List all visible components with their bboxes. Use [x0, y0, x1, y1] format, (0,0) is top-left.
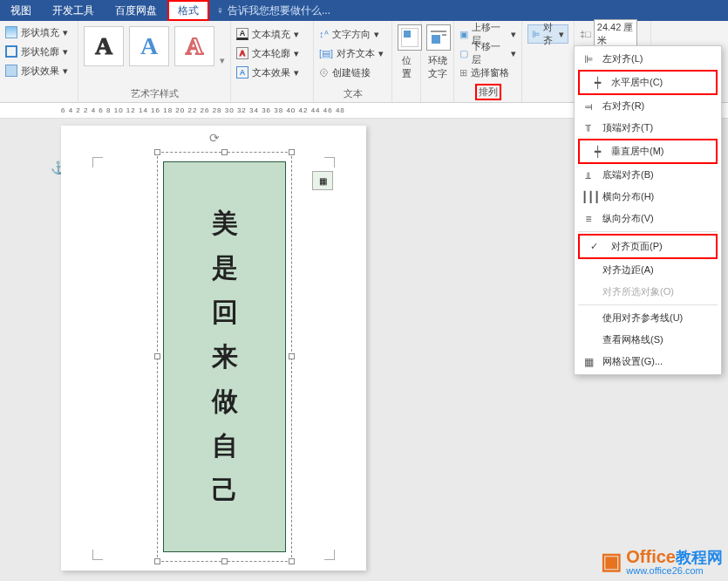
- office-logo-icon: ▣: [601, 548, 623, 575]
- text-group-label: 文本: [319, 87, 386, 102]
- align-right-item[interactable]: ⫤右对齐(R): [575, 95, 721, 117]
- position-label[interactable]: 位置: [398, 54, 415, 80]
- tab-view[interactable]: 视图: [0, 0, 42, 21]
- resize-handle[interactable]: [154, 558, 160, 564]
- text-effects-icon: A: [236, 66, 248, 79]
- chevron-down-icon: ▾: [559, 29, 564, 40]
- bring-forward-icon: ▣: [459, 29, 468, 40]
- shape-effects-button[interactable]: 形状效果 ▾: [5, 61, 72, 80]
- watermark-brand: Office: [626, 547, 676, 566]
- align-dropdown: ⊫左对齐(L) ┿水平居中(C) ⫤右对齐(R) ⫪顶端对齐(T) ┿垂直居中(…: [574, 45, 722, 375]
- shape-char: 做: [212, 384, 238, 420]
- height-value[interactable]: 24.42 厘米: [594, 19, 637, 49]
- align-hcenter-item[interactable]: ┿水平居中(C): [583, 72, 712, 93]
- layout-options-button[interactable]: ▦: [312, 171, 333, 190]
- dropdown-separator: [578, 304, 718, 305]
- text-effects-button[interactable]: A文本效果 ▾: [236, 63, 308, 82]
- align-hcenter-icon: ┿: [590, 77, 604, 89]
- resize-handle[interactable]: [289, 353, 295, 359]
- rotate-handle-icon[interactable]: ⟳: [209, 131, 220, 145]
- distribute-h-item[interactable]: ┃┃┃横向分布(H): [575, 186, 721, 208]
- wordart-style-1[interactable]: A: [84, 26, 124, 66]
- resize-handle[interactable]: [154, 149, 160, 155]
- send-backward-button[interactable]: ▢下移一层 ▾: [459, 44, 516, 63]
- group-wrap: 环绕文字: [421, 21, 454, 102]
- chevron-down-icon: ▾: [63, 27, 68, 38]
- text-outline-button[interactable]: A文本轮廓 ▾: [236, 44, 308, 63]
- align-bottom-icon: ⫫: [582, 169, 595, 181]
- wrap-label[interactable]: 环绕文字: [426, 54, 448, 80]
- resize-handle[interactable]: [221, 149, 228, 155]
- view-gridlines-item[interactable]: 查看网格线(S): [575, 329, 721, 351]
- tab-devtools[interactable]: 开发工具: [42, 0, 105, 21]
- shape-char: 美: [212, 206, 238, 242]
- chevron-down-icon: ▾: [374, 29, 379, 40]
- text-fill-button[interactable]: A文本填充 ▾: [236, 24, 308, 44]
- align-to-margin-item[interactable]: 对齐边距(A): [575, 259, 721, 281]
- shape-outline-button[interactable]: 形状轮廓 ▾: [5, 42, 72, 61]
- outline-icon: [5, 45, 17, 58]
- shape-char: 己: [212, 473, 238, 509]
- chevron-down-icon: ▾: [294, 67, 299, 79]
- layout-options-icon: ▦: [319, 176, 327, 186]
- align-top-item[interactable]: ⫪顶端对齐(T): [575, 117, 721, 139]
- height-input-row: ‡□ 24.42 厘米: [580, 24, 645, 44]
- margin-corner: [324, 550, 335, 560]
- margin-corner: [92, 550, 103, 560]
- align-right-icon: ⫤: [582, 100, 595, 113]
- align-left-item[interactable]: ⊫左对齐(L): [575, 48, 721, 70]
- watermark: ▣ Office教程网 www.office26.com: [601, 547, 723, 576]
- distribute-v-item[interactable]: ≡纵向分布(V): [575, 208, 721, 229]
- check-icon: ✓: [590, 241, 604, 252]
- align-top-icon: ⫪: [582, 122, 595, 134]
- resize-handle[interactable]: [289, 149, 295, 155]
- wordart-group-label: 艺术字样式: [84, 87, 225, 102]
- align-vcenter-item[interactable]: ┿垂直居中(M): [583, 140, 712, 162]
- wrap-icon[interactable]: [426, 24, 451, 51]
- align-menu-button[interactable]: ⊫对齐 ▾: [527, 24, 568, 44]
- watermark-url: www.office26.com: [626, 565, 723, 576]
- align-to-page-item[interactable]: ✓对齐页面(P): [583, 236, 712, 257]
- dropdown-separator: [578, 231, 718, 232]
- text-direction-icon: ↕ᴬ: [319, 29, 329, 40]
- create-link-button[interactable]: ⮾创建链接: [319, 63, 386, 82]
- align-icon: ⊫: [532, 29, 541, 40]
- text-shape[interactable]: 美 是 回 来 做 自 己: [163, 161, 286, 552]
- use-guides-item[interactable]: 使用对齐参考线(U): [575, 307, 721, 329]
- resize-handle[interactable]: [154, 353, 160, 359]
- chevron-down-icon: ▾: [378, 48, 384, 59]
- align-bottom-item[interactable]: ⫫底端对齐(B): [575, 164, 721, 186]
- wordart-style-2[interactable]: A: [129, 26, 169, 66]
- arrange-group-label: 排列: [475, 84, 501, 100]
- text-direction-button[interactable]: ↕ᴬ文字方向 ▾: [319, 24, 386, 44]
- group-arrange: ▣上移一层 ▾ ▢下移一层 ▾ ⊞选择窗格 排列: [454, 21, 522, 102]
- selection-pane-icon: ⊞: [459, 67, 467, 79]
- shape-fill-button[interactable]: 形状填充 ▾: [5, 23, 72, 42]
- shape-selection[interactable]: 美 是 回 来 做 自 己: [157, 152, 292, 562]
- wordart-style-3[interactable]: A: [174, 26, 214, 66]
- tab-bar: 视图 开发工具 百度网盘 格式 ♀ 告诉我您想要做什么...: [0, 0, 728, 21]
- resize-handle[interactable]: [221, 558, 228, 564]
- page: ⟳ ▦ 美 是 回 来 做 自 己: [61, 126, 366, 571]
- group-position: 位置: [392, 21, 421, 102]
- position-icon[interactable]: [398, 24, 422, 51]
- tab-format[interactable]: 格式: [167, 0, 209, 21]
- wordart-gallery[interactable]: A A A ▾: [84, 23, 225, 70]
- selection-pane-button[interactable]: ⊞选择窗格: [459, 63, 516, 82]
- grid-settings-item[interactable]: ▦网格设置(G)...: [575, 351, 721, 373]
- link-icon: ⮾: [319, 67, 329, 78]
- tell-me-text: 告诉我您想要做什么...: [228, 3, 330, 18]
- group-wordart: A A A ▾ 艺术字样式: [78, 21, 231, 102]
- tell-me[interactable]: ♀ 告诉我您想要做什么...: [216, 3, 330, 18]
- resize-handle[interactable]: [289, 558, 295, 564]
- align-vcenter-icon: ┿: [590, 146, 604, 158]
- chevron-down-icon: ▾: [294, 48, 299, 59]
- tab-baidu[interactable]: 百度网盘: [105, 0, 167, 21]
- shape-char: 是: [212, 250, 238, 286]
- text-fill-icon: A: [236, 28, 248, 40]
- group-text-format: A文本填充 ▾ A文本轮廓 ▾ A文本效果 ▾: [231, 21, 314, 102]
- align-text-button[interactable]: [▤]对齐文本 ▾: [319, 44, 386, 63]
- gallery-more-icon[interactable]: ▾: [220, 55, 225, 66]
- distribute-v-icon: ≡: [582, 213, 595, 225]
- chevron-down-icon: ▾: [63, 65, 68, 77]
